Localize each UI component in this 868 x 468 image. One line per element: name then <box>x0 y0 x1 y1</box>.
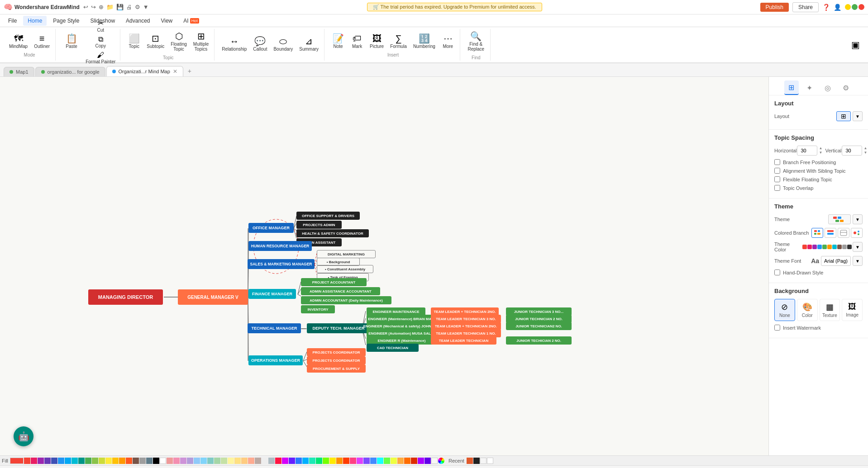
panel-tab-location[interactable]: ◎ <box>820 80 835 95</box>
palette-light-green[interactable] <box>92 458 98 464</box>
cb-btn-2[interactable] <box>825 228 836 238</box>
mindmap-btn[interactable]: 🗺 MindMap <box>6 32 30 51</box>
paste-btn[interactable]: 📋 Paste <box>60 32 83 51</box>
palette-orange-accent[interactable] <box>336 458 343 464</box>
palette-light-green-200[interactable] <box>221 458 227 464</box>
find-replace-btn[interactable]: 🔍 Find & Replace <box>465 30 487 53</box>
palette-deep-purple[interactable] <box>44 458 51 464</box>
redo-btn[interactable]: ↪ <box>91 4 96 10</box>
picture-btn[interactable]: 🖼 Picture <box>367 32 386 51</box>
palette-blue[interactable] <box>58 458 64 464</box>
node-team-leader-tech-plain[interactable]: TEAM LEADER TECHNICIAN <box>431 336 496 345</box>
node-office-manager[interactable]: OFFICE MANAGER <box>248 223 294 233</box>
node-projects-coordinator2[interactable]: PROJECTS COORDINATOR <box>307 356 366 364</box>
palette-pink[interactable] <box>31 458 37 464</box>
palette-light-blue[interactable] <box>65 458 71 464</box>
watermark-checkbox[interactable] <box>774 325 780 331</box>
menu-ai[interactable]: AI Hot <box>179 16 203 26</box>
color-swatch-red[interactable] <box>802 245 807 249</box>
layout-dropdown-btn[interactable]: ▼ <box>853 111 863 121</box>
win-maximize-btn[interactable] <box>852 4 858 10</box>
palette-cyan[interactable] <box>72 458 78 464</box>
node-constituent-assembly[interactable]: • Constituent Assembly <box>317 265 373 273</box>
palette-lime-a200[interactable] <box>391 458 397 464</box>
multiple-topics-btn[interactable]: ⊞ Multiple Topics <box>191 30 211 53</box>
more-btn2[interactable]: ⋯ More <box>439 32 457 51</box>
palette-blue-grey-200[interactable] <box>268 458 275 464</box>
palette-lime[interactable] <box>99 458 105 464</box>
color-swatch-dark[interactable] <box>847 245 852 249</box>
mark-btn[interactable]: 🏷 Mark <box>348 32 366 51</box>
callout-btn[interactable]: 💬 Callout <box>250 35 270 53</box>
tab-organization-mindmap[interactable]: Organizati...r Mind Map ✕ <box>106 66 183 76</box>
palette-deep-purple-200[interactable] <box>187 458 193 464</box>
settings-btn2[interactable]: ⚙ <box>135 4 140 10</box>
palette-teal-accent[interactable] <box>309 458 315 464</box>
horizontal-down[interactable]: ▼ <box>819 151 823 155</box>
palette-deep-purple-accent[interactable] <box>289 458 295 464</box>
ai-float-button[interactable]: 🤖 <box>14 426 33 446</box>
cb-btn-1[interactable] <box>811 228 823 238</box>
palette-amber[interactable] <box>112 458 119 464</box>
palette-indigo[interactable] <box>51 458 57 464</box>
palette-yellow-200[interactable] <box>228 458 234 464</box>
palette-bg[interactable] <box>431 458 438 464</box>
palette-light-blue-accent[interactable] <box>302 458 309 464</box>
node-managing-director[interactable]: MANAGING DIRECTOR <box>88 289 163 305</box>
palette-custom[interactable] <box>438 458 444 464</box>
hand-drawn-checkbox[interactable] <box>774 269 780 275</box>
palette-grey-200[interactable] <box>262 458 268 464</box>
palette-grey[interactable] <box>139 458 146 464</box>
save-btn[interactable]: 💾 <box>116 4 124 10</box>
node-health-safety[interactable]: HEALTH & SAFETY COORDINATOR <box>296 229 369 237</box>
menu-advanced[interactable]: Advanced <box>121 16 154 26</box>
node-junior-tech2no2[interactable]: JUNIOR TECHICIAN 2 NO. <box>506 336 572 345</box>
add-btn[interactable]: ⊕ <box>99 4 104 10</box>
color-swatch-green[interactable] <box>822 245 827 249</box>
menu-view[interactable]: View <box>156 16 177 26</box>
layout-icon-btn[interactable]: ⊞ <box>836 111 851 121</box>
bg-texture-btn[interactable]: ▦ Texture <box>820 299 840 321</box>
palette-deep-orange-accent[interactable] <box>343 458 349 464</box>
palette-amber-200[interactable] <box>234 458 241 464</box>
palette-red-accent[interactable] <box>275 458 281 464</box>
recent-4[interactable] <box>487 458 493 464</box>
palette-green-200[interactable] <box>214 458 220 464</box>
node-digital-marketing[interactable]: DIGITAL MARKETING <box>317 250 376 258</box>
numbering-btn[interactable]: 🔢 Numbering <box>410 32 438 51</box>
node-junior-tech2no[interactable]: JUNIOR TECHNICIAN2 NO. <box>506 322 572 330</box>
palette-purple-accent[interactable] <box>282 458 288 464</box>
node-cad-technician[interactable]: CAD TECHNICIAN <box>367 344 419 352</box>
add-tab-btn[interactable]: + <box>184 66 195 76</box>
tab-organizatio-google[interactable]: organizatio... for google <box>35 67 105 76</box>
tab-map1[interactable]: Map1 <box>4 67 34 76</box>
flexible-floating-checkbox[interactable] <box>774 176 780 182</box>
color-swatch-brown[interactable] <box>837 245 842 249</box>
palette-red[interactable] <box>24 458 30 464</box>
palette-teal-200[interactable] <box>207 458 214 464</box>
topic-overlap-checkbox[interactable] <box>774 185 780 191</box>
palette-yellow-accent[interactable] <box>329 458 336 464</box>
palette-purple-a200[interactable] <box>357 458 363 464</box>
panel-tab-sparkle[interactable]: ✦ <box>802 80 817 95</box>
theme-dropdown-btn[interactable]: ▼ <box>853 214 863 224</box>
bg-none-btn[interactable]: ⊘ None <box>774 299 795 321</box>
node-deputy-tech-manager[interactable]: DEPUTY TECH. MANAGER <box>307 323 370 333</box>
floating-topic-btn[interactable]: ⬡ Floating Topic <box>168 30 190 53</box>
palette-light-green-accent[interactable] <box>323 458 329 464</box>
recent-1[interactable] <box>467 458 473 464</box>
palette-purple-200[interactable] <box>180 458 186 464</box>
font-dropdown-btn[interactable]: ▼ <box>853 256 863 266</box>
palette-purple-a700[interactable] <box>418 458 424 464</box>
palette-white[interactable] <box>160 458 166 464</box>
horizontal-input[interactable] <box>797 146 817 156</box>
cut-btn[interactable]: ✂ Cut <box>84 18 117 33</box>
publish-button[interactable]: Publish <box>760 3 789 12</box>
palette-black[interactable] <box>153 458 159 464</box>
recent-3[interactable] <box>480 458 486 464</box>
palette-yellow[interactable] <box>105 458 112 464</box>
palette-light-blue-200[interactable] <box>200 458 207 464</box>
bg-image-btn[interactable]: 🖼 Image <box>842 299 863 321</box>
palette-brown-200[interactable] <box>255 458 261 464</box>
palette-deep-orange-200[interactable] <box>248 458 254 464</box>
